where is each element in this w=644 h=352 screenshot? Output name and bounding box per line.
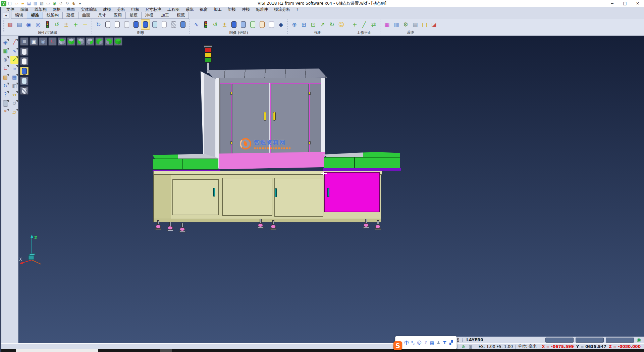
menu-item-实体编辑[interactable]: 实体编辑: [78, 7, 100, 12]
sketch-pencil-icon[interactable]: ╱: [10, 38, 18, 46]
project-folder-icon[interactable]: ▱: [10, 108, 18, 116]
zoom-in-icon[interactable]: ⊕: [290, 19, 299, 30]
menu-item-模流分析[interactable]: 模流分析: [271, 7, 293, 12]
menu-item-线架构[interactable]: 线架构: [32, 7, 50, 12]
transparent-view-icon[interactable]: [267, 19, 276, 30]
translucent-mode-icon[interactable]: [150, 19, 159, 30]
minimize-button[interactable]: −: [606, 0, 619, 7]
menu-item-冲模[interactable]: 冲模: [239, 7, 253, 12]
menu-item-尺寸标注[interactable]: 尺寸标注: [142, 7, 164, 12]
wcs-axis-icon[interactable]: ∟: [1, 64, 9, 73]
model-3d-welding-machine[interactable]: [18, 36, 644, 343]
translate-icon[interactable]: ♞: [71, 1, 76, 6]
render-page-icon[interactable]: [178, 19, 187, 30]
export-icon[interactable]: ▧: [39, 1, 45, 6]
sogou-logo[interactable]: S: [393, 341, 402, 350]
hatched-mode-icon[interactable]: [169, 19, 178, 30]
menu-item-视窗[interactable]: 视窗: [197, 7, 211, 12]
redraw-icon[interactable]: ↻: [94, 19, 103, 30]
ime-lang-icon[interactable]: 中: [404, 340, 409, 345]
taskbar-segment[interactable]: [160, 349, 172, 352]
insert-file-icon[interactable]: ▰: [20, 1, 25, 6]
selection-filter-icon[interactable]: ◉: [1, 38, 9, 46]
menu-item-工程图[interactable]: 工程图: [164, 7, 182, 12]
system-monitor-icon[interactable]: ▥: [392, 19, 401, 30]
redo-icon[interactable]: ↻: [64, 1, 70, 6]
rotate-view-icon[interactable]: ↻: [327, 19, 336, 30]
menu-item-标准件[interactable]: 标准件: [253, 7, 271, 12]
hide-entities-icon[interactable]: ◎: [34, 19, 43, 30]
filter-traffic-light-icon[interactable]: [43, 19, 52, 30]
settings-wrench-icon[interactable]: ⚙: [401, 19, 410, 30]
print-icon[interactable]: ▭: [45, 1, 51, 6]
ime-toolbox-icon[interactable]: ▞: [448, 340, 454, 345]
shaded-edges-mode-icon[interactable]: [141, 19, 150, 30]
spline-draw-icon[interactable]: ∿: [10, 47, 18, 55]
ghost-mode-icon[interactable]: [160, 19, 169, 30]
maximize-button[interactable]: □: [619, 0, 631, 7]
mixed-view-icon[interactable]: [239, 19, 248, 30]
graphics-viewport[interactable]: ≡▣◉∟: [18, 36, 644, 343]
workplane-edit-icon[interactable]: ╱: [360, 19, 369, 30]
menu-item-系统[interactable]: 系统: [182, 7, 197, 12]
tab-模流[interactable]: 模流: [173, 12, 189, 19]
color-palette-icon[interactable]: ▦: [382, 19, 391, 30]
toggle-advanced-icon[interactable]: ±: [220, 19, 229, 30]
save-icon[interactable]: ▤: [26, 1, 32, 6]
ime-keyboard-icon[interactable]: ▦: [429, 340, 435, 345]
zoom-scale-icon[interactable]: ⊡: [309, 19, 318, 30]
tab-曲面[interactable]: 曲面: [78, 12, 94, 19]
ime-emoji-icon[interactable]: ☺: [417, 340, 422, 345]
tab-建模[interactable]: 建模: [62, 12, 78, 19]
selection-box-icon[interactable]: ▢: [420, 19, 429, 30]
hide-all-icon[interactable]: −: [80, 19, 90, 30]
globe-icon[interactable]: ◉: [637, 338, 641, 343]
zoom-dynamic-icon[interactable]: ⊕: [1, 56, 9, 64]
copy-attributes-icon[interactable]: ▤: [15, 19, 24, 30]
menu-item-塑模[interactable]: 塑模: [225, 7, 239, 12]
preview-icon[interactable]: ◉: [52, 1, 57, 6]
open-file-icon[interactable]: ▱: [13, 1, 19, 6]
taskbar-app-segment[interactable]: [16, 349, 98, 352]
zoom-window-icon[interactable]: ⊞: [299, 19, 308, 30]
tab-加工[interactable]: 加工: [157, 12, 173, 19]
pan-view-icon[interactable]: ↗: [318, 19, 327, 30]
regenerate-icon[interactable]: ↻: [1, 82, 9, 90]
shading-smiley-icon[interactable]: ☺: [337, 19, 346, 30]
ime-punct-icon[interactable]: °,: [410, 340, 416, 345]
qat-dropdown-icon[interactable]: ▾: [77, 1, 83, 6]
tab-应用[interactable]: 应用: [110, 12, 126, 19]
window-status-icon[interactable]: ▣: [468, 344, 474, 349]
table-settings-icon[interactable]: ▤: [411, 19, 420, 30]
tab-dropdown-icon[interactable]: ▾: [3, 12, 9, 18]
close-button[interactable]: ×: [631, 0, 644, 7]
dynamic-hide-icon[interactable]: ∿: [192, 19, 201, 30]
delete-trash-icon[interactable]: [1, 99, 9, 107]
menu-item-?[interactable]: ?: [293, 7, 301, 12]
refresh-advanced-icon[interactable]: ↺: [211, 19, 220, 30]
ime-person-icon[interactable]: ♟: [436, 340, 441, 345]
solid-box-icon[interactable]: ◧: [10, 82, 18, 90]
workplane-align-icon[interactable]: ⇄: [369, 19, 378, 30]
show-entities-icon[interactable]: ◉: [24, 19, 33, 30]
measure-distance-icon[interactable]: ↔: [10, 91, 18, 99]
menu-item-建模[interactable]: 建模: [100, 7, 114, 12]
save-as-icon[interactable]: ▥: [33, 1, 38, 6]
delete-attributes-icon[interactable]: ▩: [5, 19, 14, 30]
workplane-create-icon[interactable]: +: [350, 19, 359, 30]
help-entity-icon[interactable]: ?: [1, 91, 9, 99]
grid-plane-icon[interactable]: ◪: [429, 19, 438, 30]
undo-icon[interactable]: ↺: [58, 1, 64, 6]
viewport-layout-icon[interactable]: ▦: [10, 73, 18, 81]
tab-标准[interactable]: 标准: [27, 12, 43, 19]
show-all-icon[interactable]: +: [71, 19, 80, 30]
tab-编辑[interactable]: 编辑: [11, 12, 27, 19]
menu-item-网格[interactable]: 网格: [50, 7, 64, 12]
wireframe-mode-icon[interactable]: [103, 19, 112, 30]
ime-skin-icon[interactable]: T: [442, 340, 447, 345]
window-fit-icon[interactable]: ▣: [1, 47, 9, 55]
advanced-filter-icon[interactable]: [201, 19, 210, 30]
machining-wheel-icon[interactable]: *: [1, 108, 9, 116]
active-layer-label[interactable]: LAYER0: [466, 338, 483, 342]
tab-塑膜[interactable]: 塑膜: [125, 12, 142, 19]
